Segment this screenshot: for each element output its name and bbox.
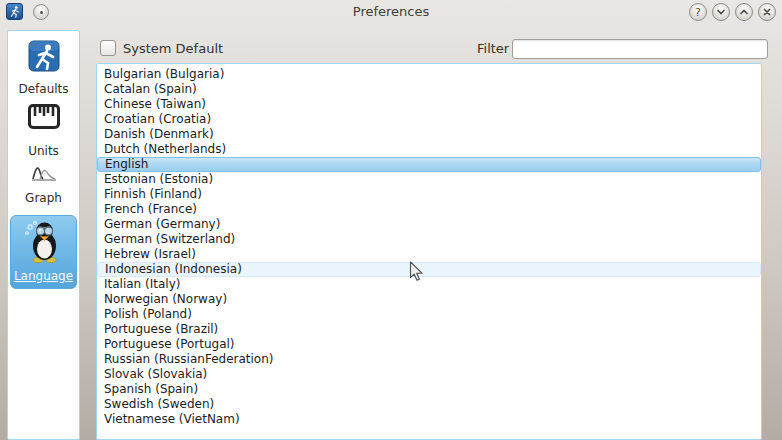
sidebar-item-units[interactable]: Units xyxy=(10,103,77,158)
list-item[interactable]: German (Germany) xyxy=(97,217,761,232)
list-item[interactable]: Slovak (Slovakia) xyxy=(97,367,761,382)
sidebar-item-defaults[interactable]: Defaults xyxy=(10,40,77,96)
shade-down-button[interactable] xyxy=(712,3,730,21)
list-item[interactable]: Finnish (Finland) xyxy=(97,187,761,202)
close-icon xyxy=(762,7,772,17)
help-button[interactable]: ? xyxy=(689,3,707,21)
sidebar-item-label: Units xyxy=(10,144,77,158)
list-item[interactable]: Dutch (Netherlands) xyxy=(97,142,761,157)
list-item[interactable]: Catalan (Spain) xyxy=(97,82,761,97)
system-default-checkbox[interactable] xyxy=(100,40,116,56)
language-list: Bulgarian (Bulgaria) Catalan (Spain) Chi… xyxy=(96,63,762,440)
list-item[interactable]: Vietnamese (VietNam) xyxy=(97,412,761,427)
list-item[interactable]: Spanish (Spain) xyxy=(97,382,761,397)
list-item[interactable]: German (Switzerland) xyxy=(97,232,761,247)
preferences-sidebar: Defaults Units Graph xyxy=(7,30,80,440)
ruler-icon xyxy=(27,103,61,130)
list-item-hovered[interactable]: Indonesian (Indonesia) xyxy=(97,262,761,277)
chevron-up-icon xyxy=(739,7,749,17)
chevron-down-icon xyxy=(716,7,726,17)
shade-up-button[interactable] xyxy=(735,3,753,21)
filter-label: Filter xyxy=(477,41,509,56)
list-item[interactable]: Portuguese (Portugal) xyxy=(97,337,761,352)
list-item[interactable]: Estonian (Estonia) xyxy=(97,172,761,187)
list-item-selected[interactable]: English xyxy=(97,157,761,172)
athlete-icon xyxy=(28,40,60,72)
sidebar-item-label: Graph xyxy=(10,191,77,205)
tux-penguin-icon xyxy=(23,219,65,264)
list-item[interactable]: Danish (Denmark) xyxy=(97,127,761,142)
sidebar-item-graph[interactable]: Graph xyxy=(10,163,77,205)
sidebar-item-label: Defaults xyxy=(10,82,77,96)
list-item[interactable]: Croatian (Croatia) xyxy=(97,112,761,127)
list-item[interactable]: French (France) xyxy=(97,202,761,217)
list-item[interactable]: Swedish (Sweden) xyxy=(97,397,761,412)
filter-input[interactable] xyxy=(512,39,768,59)
window-title: Preferences xyxy=(0,4,782,19)
list-item[interactable]: Bulgarian (Bulgaria) xyxy=(97,67,761,82)
close-button[interactable] xyxy=(758,3,776,21)
sidebar-item-language[interactable]: Language xyxy=(10,215,77,289)
list-item[interactable]: Portuguese (Brazil) xyxy=(97,322,761,337)
graph-icon xyxy=(31,163,57,182)
list-item[interactable]: Russian (RussianFederation) xyxy=(97,352,761,367)
list-item[interactable]: Polish (Poland) xyxy=(97,307,761,322)
list-item[interactable]: Norwegian (Norway) xyxy=(97,292,761,307)
sidebar-item-label: Language xyxy=(11,269,76,283)
system-default-label: System Default xyxy=(123,41,223,56)
list-item[interactable]: Chinese (Taiwan) xyxy=(97,97,761,112)
titlebar: Preferences ? xyxy=(0,0,782,24)
list-item[interactable]: Italian (Italy) xyxy=(97,277,761,292)
list-item[interactable]: Hebrew (Israel) xyxy=(97,247,761,262)
